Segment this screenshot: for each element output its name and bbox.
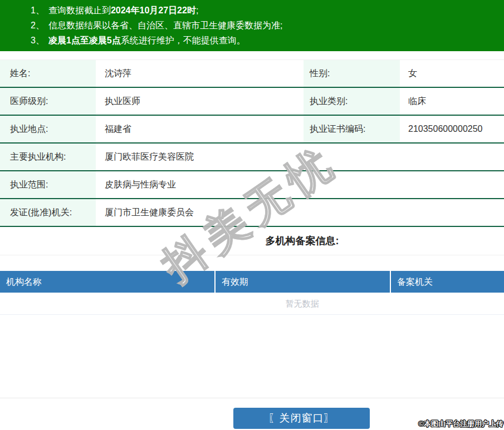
field-label-main-institution: 主要执业机构: xyxy=(0,144,96,170)
notice-text-bold: 2024年10月27日22时 xyxy=(111,6,196,15)
field-value-doctor-level: 执业医师 xyxy=(96,88,304,115)
multi-org-table-header: 机构名称 有效期 备案机关 xyxy=(0,271,504,293)
field-value-practice-category: 临床 xyxy=(400,88,504,115)
table-row: 医师级别: 执业医师 执业类别: 临床 xyxy=(0,88,504,116)
column-header-filing-authority: 备案机关 xyxy=(390,271,504,293)
notice-number: 3、 xyxy=(31,36,45,45)
column-header-institution-name: 机构名称 xyxy=(0,271,214,293)
field-label-practice-category: 执业类别: xyxy=(304,88,400,115)
notice-text: 系统进行维护，不能提供查询。 xyxy=(121,36,246,45)
notice-text-bold: 凌晨1点至凌晨5点 xyxy=(48,36,121,45)
notice-line-1: 1、查询数据截止到2024年10月27日22时; xyxy=(0,3,504,18)
notice-number: 2、 xyxy=(31,21,45,30)
notice-line-3: 3、凌晨1点至凌晨5点系统进行维护，不能提供查询。 xyxy=(0,33,504,48)
column-header-validity-period: 有效期 xyxy=(214,271,390,293)
notice-text: 信息数据结果以各省、自治区、直辖市卫生健康委数据为准; xyxy=(48,21,282,30)
field-value-name: 沈诗萍 xyxy=(96,60,304,87)
field-label-practice-scope: 执业范围: xyxy=(0,171,96,198)
close-window-button[interactable]: 〖关闭窗口〗 xyxy=(233,408,370,429)
field-label-practice-location: 执业地点: xyxy=(0,116,96,142)
notice-text: 查询数据截止到 xyxy=(48,6,111,15)
practitioner-info-table: 姓名: 沈诗萍 性别: 女 医师级别: 执业医师 执业类别: 临床 执业地点: … xyxy=(0,60,504,227)
table-row: 执业范围: 皮肤病与性病专业 xyxy=(0,171,504,199)
field-value-main-institution: 厦门欧菲医疗美容医院 xyxy=(96,144,504,170)
field-label-name: 姓名: xyxy=(0,60,96,87)
notice-text: ; xyxy=(196,6,198,15)
spacer xyxy=(0,255,504,271)
field-label-issuing-authority: 发证(批准)机关: xyxy=(0,199,96,226)
field-value-practice-location: 福建省 xyxy=(96,116,304,142)
field-value-certificate-number: 210350600000250 xyxy=(400,116,504,142)
table-row: 发证(批准)机关: 厦门市卫生健康委员会 xyxy=(0,199,504,227)
table-row: 主要执业机构: 厦门欧菲医疗美容医院 xyxy=(0,144,504,171)
field-value-gender: 女 xyxy=(400,60,504,87)
notice-line-2: 2、信息数据结果以各省、自治区、直辖市卫生健康委数据为准; xyxy=(0,18,504,33)
field-label-gender: 性别: xyxy=(304,60,400,87)
spacer xyxy=(0,315,504,398)
field-label-doctor-level: 医师级别: xyxy=(0,88,96,115)
table-row: 姓名: 沈诗萍 性别: 女 xyxy=(0,60,504,88)
table-row: 执业地点: 福建省 执业证书编码: 210350600000250 xyxy=(0,116,504,144)
notice-number: 1、 xyxy=(31,6,45,15)
field-value-practice-scope: 皮肤病与性病专业 xyxy=(96,171,504,198)
empty-data-placeholder: 暂无数据 xyxy=(0,293,504,315)
field-label-certificate-number: 执业证书编码: xyxy=(304,116,400,142)
multi-org-section-title: 多机构备案信息: xyxy=(0,227,504,255)
copyright-stamp: ©本图由平台注册用户上传 xyxy=(418,419,503,429)
field-value-issuing-authority: 厦门市卫生健康委员会 xyxy=(96,199,504,226)
notice-banner: 1、查询数据截止到2024年10月27日22时; 2、信息数据结果以各省、自治区… xyxy=(0,0,504,51)
